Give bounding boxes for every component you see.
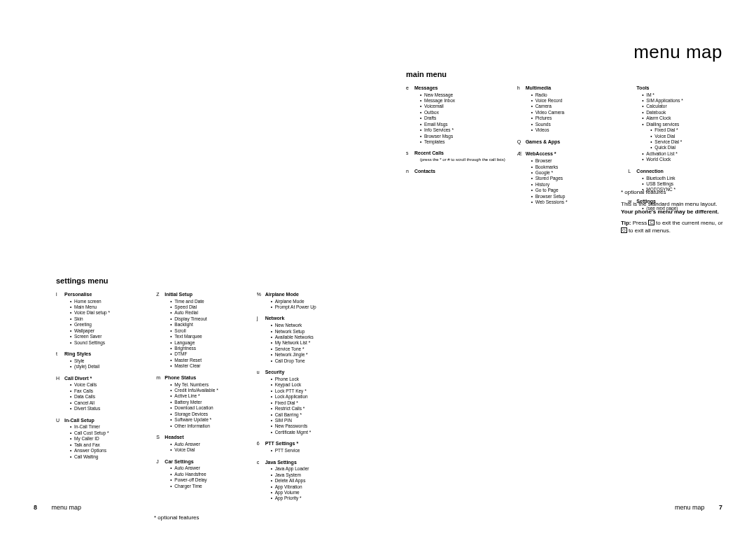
list-item: Backlight (170, 322, 244, 328)
list-item: Datebook (642, 110, 729, 115)
group-head: Messages (414, 85, 507, 92)
list-item: New Network (271, 323, 344, 328)
menu-group: lPersonaliseHome screenMain MenuVoice Di… (56, 292, 144, 346)
list-item: Voice Calls (70, 382, 144, 388)
list-item: World Clock (642, 157, 729, 162)
list-item: Other Information (170, 423, 244, 429)
list-item: SIM Applications * (642, 98, 729, 104)
group-head: Call Divert * (64, 376, 144, 382)
group-icon: c (257, 460, 265, 502)
group-head: Initial Setup (164, 292, 244, 298)
list-item: Call Cost Setup * (70, 430, 144, 436)
settings-title: settings menu (56, 276, 344, 286)
menu-group: ToolsIM *SIM Applications *CalculatorDat… (628, 85, 729, 163)
list-item: Answer Options (70, 448, 144, 454)
group-head: In-Call Setup (64, 418, 144, 424)
menu-group: UIn-Call SetupIn-Call TimerCall Cost Set… (56, 418, 144, 460)
list-item: Browser Setup (531, 194, 619, 199)
list-item: Main Menu (70, 304, 144, 310)
footer-label: menu map (52, 504, 82, 511)
group-icon: l (56, 292, 64, 346)
group-head: Car Settings (164, 459, 244, 465)
group-head: Phone Status (164, 375, 244, 381)
list-item: Camera (531, 104, 619, 109)
list-item: DTMF (170, 351, 244, 357)
list-item: Call Drop Tone (271, 358, 344, 364)
list-item: Wallpaper (70, 328, 144, 334)
list-item: PTT Service (271, 448, 344, 454)
list-item: Voicemail (420, 104, 507, 109)
group-head: Network (265, 316, 344, 322)
optional-note: * optional features (154, 514, 344, 521)
menu-group: mPhone StatusMy Tel. NumbersCredit Info/… (156, 375, 244, 429)
group-note: (press the * or # to scroll through the … (414, 157, 507, 163)
list-item: Storage Devices (170, 412, 244, 417)
group-icon: n (406, 169, 414, 176)
group-icon (628, 85, 636, 163)
list-item: In-Call Timer (70, 424, 144, 430)
list-item: Activation List * (642, 151, 729, 157)
group-head: PTT Settings * (265, 441, 344, 447)
list-item: USB Settings (642, 181, 729, 187)
group-head: Games & Apps (526, 139, 619, 146)
list-item: Fax Calls (70, 388, 144, 394)
list-item: Call Waiting (70, 454, 144, 460)
group-icon: 6 (257, 441, 265, 454)
list-item: Dialling servicesFixed Dial *Voice DialS… (642, 122, 729, 151)
list-item: Available Networks (271, 335, 344, 340)
menu-group: nContacts (406, 169, 507, 176)
menu-group: SHeadsetAuto AnswerVoice Dial (156, 435, 244, 454)
page-right: menu map main menu eMessagesNew MessageM… (378, 0, 756, 534)
notes: * optional features This is the standard… (621, 189, 729, 239)
list-item: Service Tone * (271, 346, 344, 352)
layout-note: This is the standard main menu layout. Y… (621, 201, 729, 216)
list-item: My Caller ID (70, 436, 144, 442)
list-item: Stored Pages (531, 176, 619, 181)
list-item: SIM PIN (271, 418, 344, 423)
menu-group: ZInitial SetupTime and DateSpeed DialAut… (156, 292, 244, 370)
group-icon: Æ (517, 151, 526, 205)
main-menu-title: main menu (406, 70, 729, 80)
list-item: New Message (420, 92, 507, 98)
group-icon: h (517, 85, 526, 134)
list-item: Message Inbox (420, 98, 507, 104)
group-head: Ring Styles (64, 351, 144, 358)
list-item: Credit Info/Available * (170, 388, 244, 393)
list-item: Go to Page (531, 188, 619, 193)
menu-group: ÆWebAccess *BrowserBookmarksGoogle *Stor… (517, 151, 619, 205)
group-head: Personalise (64, 292, 144, 298)
list-item: Network Setup (271, 329, 344, 335)
list-item: Power-off Delay (170, 477, 244, 483)
list-item: App Vibration (271, 484, 344, 490)
list-item: Pictures (531, 115, 619, 121)
list-item: Fixed Dial * (650, 127, 729, 133)
menu-group: JCar SettingsAuto AnswerAuto HandsfreePo… (156, 459, 244, 490)
group-head: Tools (636, 85, 729, 92)
list-item: Voice Record (531, 98, 619, 104)
list-item: Cancel All (70, 400, 144, 406)
group-head: Multimedia (526, 85, 619, 92)
list-item: Text Marquee (170, 334, 244, 339)
group-head: Java Settings (265, 460, 344, 466)
menu-group: uSecurityPhone LockKeypad LockLock PTT K… (257, 370, 344, 435)
list-item: Email Msgs (420, 122, 507, 127)
list-item: Fixed Dial * (271, 400, 344, 406)
column: ZInitial SetupTime and DateSpeed DialAut… (156, 292, 244, 507)
menu-group: 6PTT Settings *PTT Service (257, 441, 344, 454)
list-item: Google * (531, 170, 619, 176)
list-item: IM * (642, 92, 729, 98)
list-item: Active Line * (170, 393, 244, 399)
list-item: Brightness (170, 346, 244, 351)
list-item: Speed Dial (170, 304, 244, 310)
menu-group: %Airplane ModeAirplane ModePrompt At Pow… (257, 292, 344, 311)
menu-group: jNetworkNew NetworkNetwork SetupAvailabl… (257, 316, 344, 364)
list-item: Radio (531, 92, 619, 98)
menu-group: eMessagesNew MessageMessage InboxVoicema… (406, 85, 507, 146)
list-item: Voice Dial (650, 134, 729, 139)
list-item: Battery Meter (170, 400, 244, 405)
list-item: Display Timeout (170, 316, 244, 322)
group-icon: Q (517, 139, 526, 146)
column: eMessagesNew MessageMessage InboxVoicema… (406, 85, 507, 217)
menu-group: sRecent Calls(press the * or # to scroll… (406, 150, 507, 162)
list-item: Scroll (170, 328, 244, 334)
